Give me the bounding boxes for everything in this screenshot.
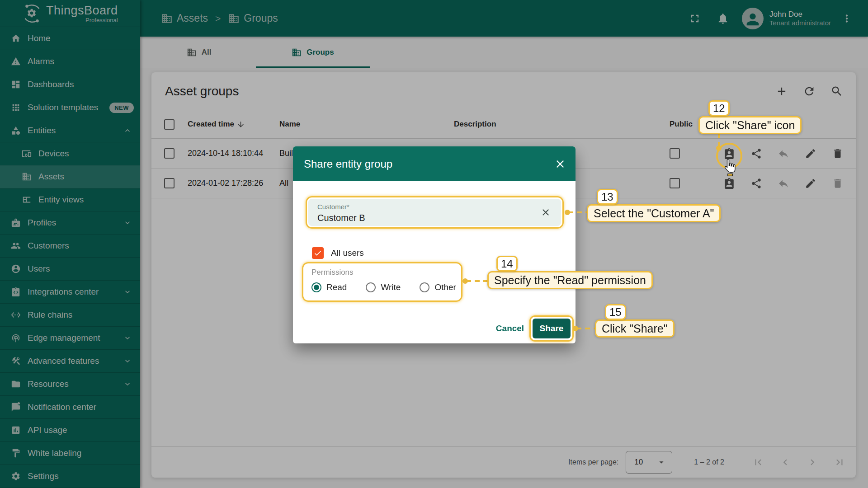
customer-field-value: Customer B [317,213,561,223]
share-button[interactable]: Share [533,319,571,338]
permissions-label: Permissions [311,268,461,277]
annotation-number-12: 12 [708,100,730,116]
annotation-callout-13: Select the "Customer A" [587,204,721,222]
annotation-line [568,211,587,213]
all-users-option: All users [312,247,364,259]
all-users-label: All users [331,248,364,258]
customer-field-highlight: Customer* Customer B [306,196,564,229]
dialog-title: Share entity group [304,158,392,170]
hand-cursor-icon [723,158,736,177]
radio-other[interactable] [420,282,429,292]
customer-field[interactable]: Customer* Customer B [308,199,561,226]
annotation-line [576,328,595,329]
share-entity-group-dialog: Share entity group Customer* Customer B … [293,146,576,343]
clear-icon[interactable] [540,207,551,218]
dialog-header: Share entity group [293,146,576,181]
annotation-number-13: 13 [597,189,618,205]
annotation-dot [462,278,468,284]
permissions-group: Permissions Read Write Other [303,263,461,300]
radio-read-label: Read [326,282,347,292]
radio-write-label: Write [381,282,401,292]
annotation-dot [565,210,570,215]
annotation-callout-15: Click "Share" [595,319,675,338]
annotation-dot [716,145,722,151]
annotation-number-15: 15 [605,304,626,320]
all-users-checkbox[interactable] [312,247,324,259]
annotation-line [466,280,487,282]
radio-read[interactable] [311,282,321,292]
radio-other-label: Other [434,282,456,292]
close-icon[interactable] [554,158,566,170]
customer-field-label: Customer* [317,203,561,211]
cancel-button[interactable]: Cancel [487,319,533,338]
annotation-callout-14: Specify the "Read" permission [487,271,653,289]
annotation-callout-12: Click "Share" icon [698,116,802,134]
permissions-highlight: Permissions Read Write Other [302,262,462,302]
check-icon [313,249,322,258]
annotation-number-14: 14 [496,256,518,272]
annotation-dot [573,326,578,331]
radio-write[interactable] [366,282,376,292]
share-button-highlight: Share [529,315,574,342]
